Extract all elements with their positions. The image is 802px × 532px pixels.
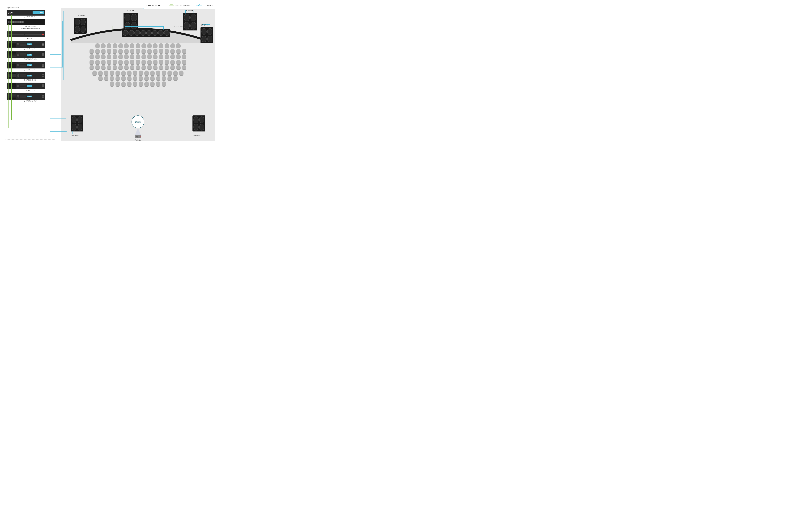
- dcio-bar-2: [25, 34, 41, 35]
- amp-port: [42, 74, 44, 75]
- amp-port: [42, 84, 44, 86]
- amp-meter: [20, 53, 26, 54]
- seat: [95, 49, 100, 53]
- speaker-driver: [193, 124, 199, 131]
- amp-meter: [20, 56, 26, 56]
- seat: [90, 49, 94, 53]
- booth-circle: Booth: [132, 115, 144, 128]
- qsys-badge: Q-SYS: [27, 75, 32, 76]
- seat: [95, 65, 100, 70]
- amp-port: [42, 44, 44, 46]
- equipment-rack: Equipment rack QSC Q-SYS Core 110f Q-SYS…: [5, 5, 56, 139]
- vent-line: [8, 74, 16, 75]
- seat: [165, 54, 169, 59]
- seat: [92, 71, 97, 75]
- seat: [95, 54, 100, 59]
- amp-port: [42, 96, 44, 98]
- speaker-top-right-label: SC424-8F: [186, 10, 193, 12]
- amp-port: [42, 76, 44, 77]
- device-amp-2: Q-SYSQ-SYS CX-Q 4K4: [6, 51, 54, 60]
- amp-label-6: Q-SYS CX-Q 8K8: [6, 100, 54, 102]
- vent-line: [8, 54, 16, 54]
- seat: [156, 76, 161, 80]
- speaker-driver: [125, 14, 130, 21]
- seat: [118, 49, 123, 53]
- dcioh-label: DCIO-H: [6, 38, 54, 39]
- seat: [167, 71, 172, 75]
- seat: [101, 54, 106, 59]
- seat: [142, 43, 146, 48]
- amp-meter: [20, 86, 26, 87]
- seat-row-2: [64, 54, 212, 59]
- amp-port: [42, 43, 44, 44]
- seat: [144, 81, 149, 86]
- vent-line: [8, 43, 16, 43]
- sub-driver: [152, 30, 158, 36]
- vent-line: [8, 64, 16, 64]
- amp-ports: [42, 95, 44, 98]
- seat: [127, 81, 132, 86]
- device-amp-6: Q-SYSQ-SYS CX-Q 8K8: [6, 93, 54, 102]
- speaker-driver: [184, 14, 190, 21]
- seat: [170, 43, 175, 48]
- seat: [179, 71, 184, 75]
- amp-label-2: Q-SYS CX-Q 4K4: [6, 58, 54, 60]
- amp-meters: [20, 53, 26, 56]
- switch-port: [14, 21, 16, 23]
- seat: [182, 49, 186, 53]
- amp-vent: [7, 83, 16, 89]
- device-amp-4: Q-SYSQ-SYS CX-Q 4K4: [6, 72, 54, 81]
- switch-port: [10, 21, 12, 23]
- amp-meter: [20, 64, 26, 65]
- seat: [136, 43, 140, 48]
- amp-label-4: Q-SYS CX-Q 4K4: [6, 79, 54, 81]
- qsys-badge: Q-SYS: [27, 54, 32, 56]
- amp-vent: [7, 73, 16, 78]
- seat: [133, 71, 137, 75]
- amp-port: [42, 55, 44, 56]
- seat: [113, 49, 117, 53]
- subwoofer-label: 4 x SB 7218: [174, 26, 183, 28]
- amp-meters: [20, 84, 26, 88]
- legend-title: CABLE TYPE: [146, 4, 161, 6]
- seat: [124, 54, 129, 59]
- device-amp-3: Q-SYSQ-SYS CX-Q 4K4: [6, 62, 54, 71]
- speaker-driver: [193, 116, 199, 123]
- seat: [118, 60, 123, 64]
- seat: [165, 60, 169, 64]
- amp-meter: [20, 63, 26, 64]
- seat: [130, 60, 134, 64]
- seat: [113, 65, 117, 70]
- seat: [107, 60, 111, 64]
- vent-line: [8, 76, 16, 77]
- amp-body-1: Q-SYS: [6, 41, 45, 48]
- amp-body-4: Q-SYS: [6, 72, 45, 79]
- vent-line: [8, 66, 16, 66]
- seat: [107, 54, 111, 59]
- seat: [182, 65, 186, 70]
- seat: [176, 49, 181, 53]
- seat: [165, 65, 169, 70]
- amp-ports: [42, 53, 44, 56]
- speaker-driver: [207, 28, 212, 35]
- seat: [104, 76, 108, 80]
- seat: [127, 71, 132, 75]
- seat: [153, 60, 157, 64]
- seat: [101, 60, 106, 64]
- speaker-driver: [190, 22, 196, 30]
- device-nsswitch: Q-SYS NS Seriesor standard network switc…: [6, 19, 54, 30]
- vent-line: [8, 85, 16, 85]
- amp-knob: [17, 54, 19, 56]
- legend-separator-2: [193, 3, 193, 7]
- vent-line: [8, 97, 16, 97]
- seat: [170, 54, 175, 59]
- speaker-top-right: SC424-8F: [183, 13, 197, 31]
- speaker-bottom-left: SC424-8F: [71, 115, 83, 132]
- speaker-driver: [77, 124, 82, 131]
- dcio-led: [42, 34, 44, 35]
- vent-line: [8, 84, 16, 84]
- sub-driver: [158, 30, 164, 36]
- seat-row-1: [64, 49, 212, 53]
- speaker-driver: [75, 19, 80, 25]
- seating-area: [64, 43, 212, 120]
